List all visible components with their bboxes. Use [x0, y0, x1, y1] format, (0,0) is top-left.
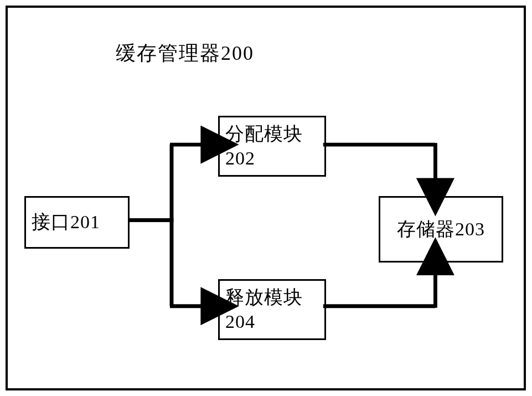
block-alloc-line2: 202 [225, 146, 324, 171]
block-alloc-line1: 分配模块 [225, 122, 324, 146]
block-storage: 存储器203 [379, 196, 503, 263]
block-storage-label: 存储器203 [397, 217, 485, 241]
diagram-title: 缓存管理器200 [116, 40, 254, 67]
block-release-module: 释放模块 204 [218, 279, 326, 340]
block-release-line2: 204 [225, 310, 324, 334]
block-interface-label: 接口201 [32, 210, 128, 234]
block-release-line1: 释放模块 [225, 285, 324, 310]
block-allocation-module: 分配模块 202 [218, 116, 326, 177]
diagram-container: 缓存管理器200 接口201 分配模块 202 释放模块 204 存储器203 [6, 6, 526, 390]
block-interface: 接口201 [24, 196, 130, 249]
